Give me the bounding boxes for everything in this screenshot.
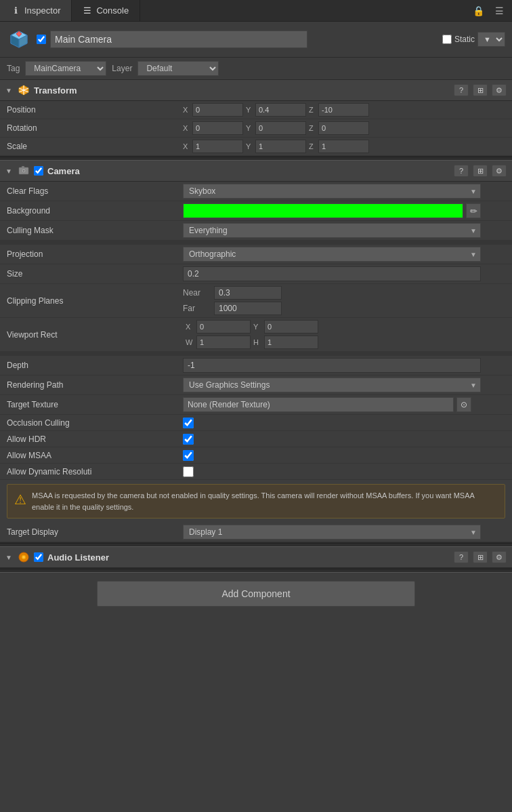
- tab-console[interactable]: ☰ Console: [72, 0, 140, 21]
- audio-listener-header[interactable]: ▼ Audio Listener ? ⊞ ⚙: [0, 547, 512, 568]
- allow-hdr-label: Allow HDR: [7, 434, 183, 444]
- transform-settings-btn[interactable]: ⚙: [492, 84, 507, 96]
- rotation-z-input[interactable]: [318, 121, 369, 135]
- occlusion-culling-label: Occlusion Culling: [7, 418, 183, 428]
- audio-listener-settings-btn[interactable]: ⚙: [492, 551, 507, 563]
- viewport-w-input[interactable]: [196, 336, 251, 349]
- object-header: Static ▼: [0, 22, 512, 58]
- camera-actions: ? ⊞ ⚙: [454, 165, 507, 177]
- position-x-input[interactable]: [192, 103, 243, 117]
- scale-x-input[interactable]: [192, 140, 243, 153]
- svg-point-12: [23, 170, 25, 172]
- clear-flags-row: Clear Flags Skybox Solid Color Depth Onl…: [0, 182, 512, 201]
- object-name-input[interactable]: [50, 31, 307, 48]
- viewport-y-input[interactable]: [264, 320, 318, 333]
- audio-listener-help-btn[interactable]: ?: [454, 551, 469, 563]
- transform-help-btn[interactable]: ?: [454, 84, 469, 96]
- target-texture-row: Target Texture ⊙: [0, 395, 512, 415]
- add-component-button[interactable]: Add Component: [97, 581, 415, 607]
- position-z-label: Z: [309, 106, 317, 114]
- camera-settings-btn[interactable]: ⚙: [492, 165, 507, 177]
- allow-dynamic-resolution-checkbox[interactable]: [183, 466, 194, 477]
- camera-grid-btn[interactable]: ⊞: [473, 165, 488, 177]
- scale-z-input[interactable]: [318, 140, 369, 153]
- scale-y-field: Y: [246, 140, 306, 153]
- allow-hdr-checkbox[interactable]: [183, 434, 194, 445]
- clipping-far-row: Far: [183, 302, 282, 315]
- tab-bar: ℹ Inspector ☰ Console 🔒 ☰: [0, 0, 512, 22]
- position-x-label: X: [183, 106, 191, 114]
- viewport-w-field: W: [186, 336, 251, 349]
- depth-input[interactable]: [183, 358, 481, 373]
- transform-section: ▼ Transform ? ⊞ ⚙ Position X Y: [0, 80, 512, 157]
- background-row: Background ✏: [0, 201, 512, 221]
- scale-y-input[interactable]: [255, 140, 306, 153]
- rotation-x-field: X: [183, 121, 243, 135]
- add-component-area: Add Component: [0, 573, 512, 615]
- size-value: [183, 266, 505, 281]
- size-input[interactable]: [183, 266, 481, 281]
- rendering-path-dropdown[interactable]: Use Graphics Settings Forward Deferred: [183, 378, 481, 392]
- audio-listener-grid-btn[interactable]: ⊞: [473, 551, 488, 563]
- occlusion-culling-checkbox[interactable]: [183, 418, 194, 428]
- rendering-path-value: Use Graphics Settings Forward Deferred ▼: [183, 378, 505, 392]
- menu-button[interactable]: ☰: [492, 4, 507, 18]
- position-z-input[interactable]: [318, 103, 369, 117]
- static-checkbox[interactable]: [442, 35, 452, 44]
- target-texture-picker-btn[interactable]: ⊙: [456, 397, 471, 412]
- position-y-field: Y: [246, 103, 306, 117]
- camera-header[interactable]: ▼ Camera ? ⊞ ⚙: [0, 161, 512, 182]
- camera-enabled-checkbox[interactable]: [34, 166, 43, 176]
- clipping-near-label: Near: [183, 288, 210, 298]
- target-display-row: Target Display Display 1 Display 2 Displ…: [0, 523, 512, 542]
- scale-label: Scale: [7, 142, 183, 151]
- camera-section-icon: [18, 165, 30, 177]
- scale-y-label: Y: [246, 142, 254, 150]
- rotation-fields: X Y Z: [183, 121, 505, 135]
- clipping-far-input[interactable]: [214, 302, 282, 315]
- allow-msaa-label: Allow MSAA: [7, 451, 183, 460]
- color-eyedropper-btn[interactable]: ✏: [466, 203, 481, 218]
- viewport-x-input[interactable]: [196, 320, 251, 333]
- target-display-value: Display 1 Display 2 Display 3 ▼: [183, 525, 505, 540]
- viewport-w-label: W: [186, 338, 195, 346]
- position-y-input[interactable]: [255, 103, 306, 117]
- clear-flags-dropdown[interactable]: Skybox Solid Color Depth Only Don't Clea…: [183, 184, 481, 199]
- clear-flags-value: Skybox Solid Color Depth Only Don't Clea…: [183, 184, 505, 199]
- allow-msaa-value: [183, 450, 505, 461]
- tab-inspector[interactable]: ℹ Inspector: [0, 0, 72, 21]
- allow-dynamic-resolution-row: Allow Dynamic Resoluti: [0, 464, 512, 480]
- transform-grid-btn[interactable]: ⊞: [473, 84, 488, 96]
- viewport-h-input[interactable]: [264, 336, 318, 349]
- tag-dropdown[interactable]: MainCamera: [25, 61, 106, 76]
- clipping-near-input[interactable]: [214, 286, 282, 300]
- audio-listener-chevron: ▼: [5, 554, 14, 561]
- projection-label: Projection: [7, 249, 183, 259]
- layer-dropdown[interactable]: Default: [137, 61, 219, 76]
- allow-msaa-checkbox[interactable]: [183, 450, 194, 461]
- background-color-swatch[interactable]: [183, 203, 463, 218]
- tab-inspector-label: Inspector: [24, 5, 60, 16]
- tab-actions: 🔒 ☰: [470, 4, 512, 18]
- rotation-x-input[interactable]: [192, 121, 243, 135]
- rotation-y-input[interactable]: [255, 121, 306, 135]
- rotation-y-label: Y: [246, 124, 254, 132]
- audio-listener-title: Audio Listener: [47, 552, 450, 563]
- scale-z-label: Z: [309, 142, 317, 150]
- camera-help-btn[interactable]: ?: [454, 165, 469, 177]
- lock-button[interactable]: 🔒: [470, 4, 487, 18]
- clear-flags-dropdown-wrapper: Skybox Solid Color Depth Only Don't Clea…: [183, 184, 481, 199]
- target-display-dropdown[interactable]: Display 1 Display 2 Display 3: [183, 525, 481, 540]
- static-dropdown[interactable]: ▼: [477, 32, 505, 47]
- viewport-inner-row: Viewport Rect X Y W: [7, 320, 505, 349]
- target-texture-input[interactable]: [183, 397, 454, 412]
- projection-dropdown[interactable]: Perspective Orthographic: [183, 247, 481, 262]
- camera-chevron: ▼: [5, 167, 14, 175]
- audio-listener-enabled-checkbox[interactable]: [34, 552, 43, 562]
- culling-mask-label: Culling Mask: [7, 226, 183, 235]
- object-enabled-checkbox[interactable]: [37, 35, 46, 44]
- allow-dynamic-resolution-label: Allow Dynamic Resoluti: [7, 467, 183, 476]
- culling-mask-dropdown[interactable]: Everything Nothing Default: [183, 223, 481, 238]
- transform-header[interactable]: ▼ Transform ? ⊞ ⚙: [0, 80, 512, 101]
- allow-hdr-row: Allow HDR: [0, 431, 512, 447]
